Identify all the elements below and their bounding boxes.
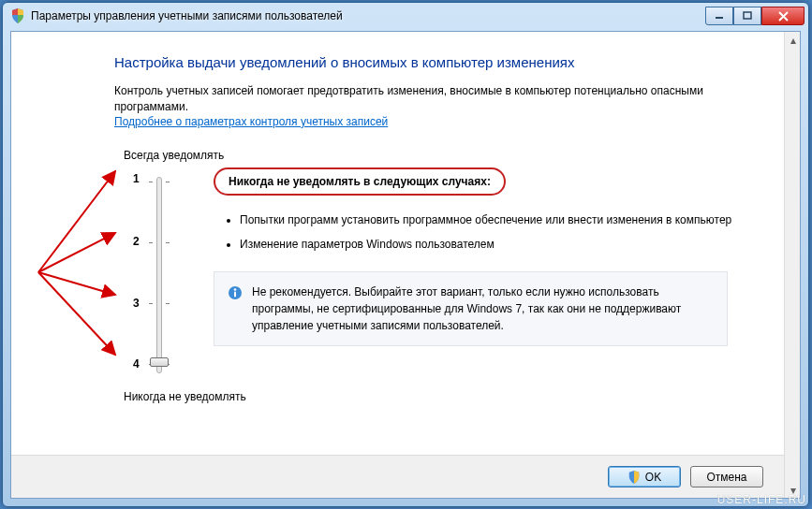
slider-tick (166, 182, 170, 182)
info-column: Никогда не уведомлять в следующих случая… (180, 167, 746, 383)
bullet-item: Изменение параметров Windows пользовател… (240, 237, 746, 253)
svg-rect-4 (234, 292, 236, 298)
svg-rect-0 (716, 17, 723, 19)
svg-point-3 (234, 288, 237, 291)
main-row: 1 2 3 4 Никогда не уведомлять в следующи… (114, 167, 746, 383)
scroll-up-icon[interactable]: ▴ (785, 32, 801, 48)
content: Настройка выдачи уведомлений о вносимых … (11, 32, 784, 451)
watermark: USER-LIFE.RU (717, 493, 806, 506)
recommendation-text: Не рекомендуется. Выбирайте этот вариант… (252, 284, 714, 334)
svg-rect-1 (744, 12, 751, 19)
shield-icon (627, 471, 641, 484)
uac-window: Параметры управления учетными записями п… (2, 2, 809, 507)
close-button[interactable] (761, 7, 805, 25)
slider-bottom-label: Никогда не уведомлять (124, 390, 746, 403)
minimize-icon (715, 11, 724, 21)
close-icon (778, 11, 789, 22)
slider-tick (166, 303, 170, 304)
intro-text: Контроль учетных записей помогает предот… (114, 83, 746, 115)
titlebar[interactable]: Параметры управления учетными записями п… (3, 3, 808, 29)
shield-icon (10, 8, 25, 23)
ok-button[interactable]: OK (608, 466, 681, 487)
info-icon (228, 285, 243, 300)
learn-more-link[interactable]: Подробнее о параметрах контроля учетных … (114, 115, 388, 128)
cancel-button[interactable]: Отмена (690, 466, 763, 487)
slider-tick (149, 303, 153, 304)
maximize-button[interactable] (733, 7, 761, 25)
cancel-label: Отмена (706, 471, 746, 484)
slider-track[interactable] (156, 177, 162, 373)
slider-tick (149, 182, 153, 182)
slider-tick (149, 242, 153, 243)
recommendation-panel: Не рекомендуется. Выбирайте этот вариант… (214, 271, 728, 346)
slider-top-label: Всегда уведомлять (124, 149, 746, 162)
bullet-list: Попытки программ установить программное … (206, 212, 746, 254)
level-3: 3 (133, 297, 140, 310)
slider-thumb[interactable] (150, 357, 169, 367)
level-2: 2 (133, 235, 140, 248)
vertical-scrollbar[interactable]: ▴ ▾ (784, 32, 800, 498)
highlight-title: Никогда не уведомлять в следующих случая… (214, 167, 506, 196)
slider-tick (166, 242, 170, 243)
maximize-icon (743, 11, 752, 21)
client-area: Настройка выдачи уведомлений о вносимых … (10, 31, 801, 499)
window-controls (705, 7, 805, 25)
level-4: 4 (133, 357, 140, 371)
minimize-button[interactable] (705, 7, 733, 25)
window-title: Параметры управления учетными записями п… (31, 9, 705, 22)
page-heading: Настройка выдачи уведомлений о вносимых … (114, 54, 746, 70)
bullet-item: Попытки программ установить программное … (240, 212, 746, 228)
ok-label: OK (645, 471, 661, 484)
level-1: 1 (133, 172, 140, 185)
footer: OK Отмена (11, 455, 784, 498)
slider[interactable]: 1 2 3 4 (114, 167, 180, 383)
